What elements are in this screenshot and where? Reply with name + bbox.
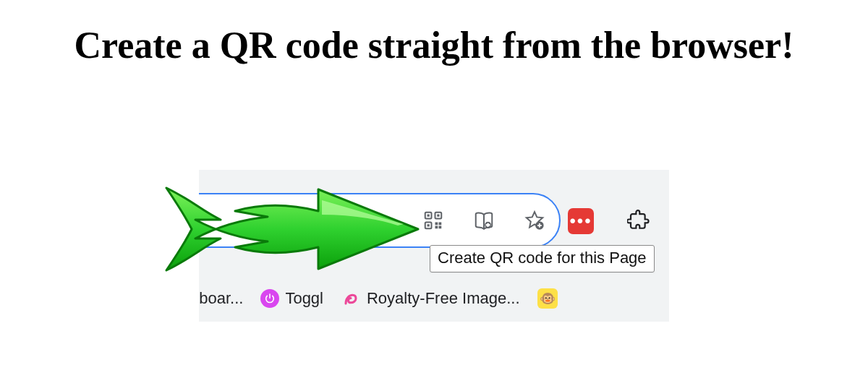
svg-rect-9	[439, 226, 442, 229]
extension-icons-row: •••	[568, 203, 669, 239]
browser-toolbar-screenshot: ••• nboar...	[199, 170, 669, 322]
bookmarks-bar: nboar... Toggl Royalty-Free Image...	[199, 277, 669, 320]
bookmark-label: Toggl	[285, 289, 323, 308]
svg-rect-5	[427, 224, 430, 226]
qr-tooltip: Create QR code for this Page	[430, 245, 655, 272]
svg-rect-7	[439, 223, 442, 225]
swirl-icon	[341, 288, 361, 309]
lastpass-extension-icon[interactable]: •••	[568, 208, 594, 234]
svg-rect-6	[435, 223, 438, 225]
bookmark-add-icon[interactable]	[522, 207, 548, 233]
reading-list-icon[interactable]	[471, 207, 497, 233]
bookmark-label: nboar...	[199, 289, 243, 308]
bookmark-item-mailchimp[interactable]: 🐵	[532, 288, 563, 309]
qr-code-icon[interactable]	[420, 207, 446, 233]
svg-rect-1	[427, 215, 430, 217]
extensions-icon[interactable]	[626, 208, 652, 234]
url-bar[interactable]	[199, 193, 561, 248]
mailchimp-icon: 🐵	[537, 288, 558, 309]
bookmark-item-royalty-free[interactable]: Royalty-Free Image...	[335, 288, 526, 309]
headline-text: Create a QR code straight from the brows…	[0, 22, 868, 69]
bookmark-item-partial[interactable]: nboar...	[199, 289, 249, 308]
bookmark-item-toggl[interactable]: Toggl	[255, 289, 329, 308]
power-icon	[260, 289, 279, 308]
svg-rect-3	[437, 215, 439, 217]
svg-rect-8	[435, 226, 438, 229]
bookmark-label: Royalty-Free Image...	[367, 289, 520, 308]
